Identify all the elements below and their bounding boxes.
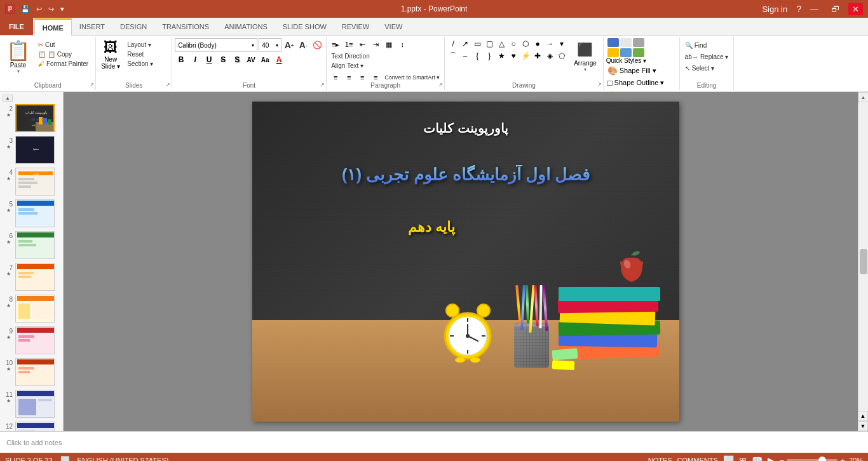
replace-button[interactable]: ab→ Replace ▾ xyxy=(682,52,731,62)
line-spacing-btn[interactable]: ↕ xyxy=(396,38,409,51)
shape-arrow2[interactable]: → xyxy=(544,38,555,50)
reading-view-btn[interactable]: 📖 xyxy=(752,455,763,461)
shape-arrow[interactable]: ↗ xyxy=(459,38,471,50)
font-name-input[interactable]: Calibri (Body) ▾ xyxy=(175,38,257,52)
save-quick-btn[interactable]: 💾 xyxy=(19,4,32,14)
align-text-btn[interactable]: Align Text ▾ xyxy=(329,62,365,70)
shape-more[interactable]: ▾ xyxy=(556,38,567,50)
shape-oval[interactable]: ○ xyxy=(508,38,519,50)
shape-circle[interactable]: ● xyxy=(532,38,543,50)
tab-view[interactable]: VIEW xyxy=(377,18,410,35)
shape-pentagon[interactable]: ⬠ xyxy=(556,50,567,62)
new-slide-button[interactable]: 🖼 New Slide ▾ xyxy=(98,38,123,71)
slide-thumb-8[interactable]: 8 ★ xyxy=(3,293,60,324)
slide-thumb-5[interactable]: 5 ★ xyxy=(3,198,60,229)
tab-slideshow[interactable]: SLIDE SHOW xyxy=(275,18,334,35)
page-down-btn[interactable]: ▼ xyxy=(858,421,868,431)
slide-thumb-9[interactable]: 9 ★ xyxy=(3,325,60,356)
quick-styles-button[interactable]: Quick Styles ▾ xyxy=(606,38,646,64)
text-direction-btn[interactable]: Text Direction xyxy=(329,52,372,60)
font-color-btn[interactable]: A xyxy=(273,53,285,66)
decrease-font-btn[interactable]: A- xyxy=(297,39,309,51)
normal-view-btn[interactable]: ⬜ xyxy=(723,455,734,461)
numbered-list-btn[interactable]: 1≡ xyxy=(342,38,355,51)
format-painter-button[interactable]: 🖌 Format Painter xyxy=(36,60,90,68)
slide-canvas[interactable]: پاورپوینت کلیات فصل اول آزمایشگاه علوم ت… xyxy=(252,102,679,422)
sign-in-link[interactable]: Sign in xyxy=(758,3,791,15)
slide-thumb-6[interactable]: 6 ★ xyxy=(3,230,60,260)
zoom-in-btn[interactable]: + xyxy=(840,456,845,462)
tab-insert[interactable]: INSERT xyxy=(72,18,112,35)
cut-button[interactable]: ✂ Cut xyxy=(36,41,90,49)
zoom-bar[interactable]: − + 70% xyxy=(780,456,863,462)
paragraph-expand-icon[interactable]: ↗ xyxy=(438,82,443,88)
slide-thumb-4[interactable]: 4 ★ عنوان xyxy=(3,166,60,197)
close-btn[interactable]: ✕ xyxy=(848,3,863,15)
slide-thumb-2[interactable]: 2 ★ پاورپوینت کلیات فصل اول پایه دهم xyxy=(3,103,60,133)
page-up-btn[interactable]: ▲ xyxy=(858,411,868,421)
arrange-button[interactable]: ⬛ Arrange ▾ xyxy=(570,38,600,80)
section-button[interactable]: Section ▾ xyxy=(125,60,155,68)
shadow-btn[interactable]: S xyxy=(231,53,243,66)
shape-fill-button[interactable]: 🎨 Shape Fill ▾ xyxy=(606,65,677,76)
minimize-btn[interactable]: — xyxy=(806,3,822,15)
shape-line[interactable]: / xyxy=(447,38,459,50)
shape-rect[interactable]: ▭ xyxy=(471,38,483,50)
increase-indent-btn[interactable]: ⇥ xyxy=(369,38,382,51)
italic-btn[interactable]: I xyxy=(189,53,201,66)
slide-thumb-12[interactable]: 12 ★ xyxy=(3,420,60,431)
slide-thumb-7[interactable]: 7 ★ xyxy=(3,262,60,292)
tab-design[interactable]: DESIGN xyxy=(112,18,154,35)
slide-thumb-10[interactable]: 10 ★ xyxy=(3,357,60,387)
shape-brace2[interactable]: } xyxy=(484,50,495,62)
char-spacing-btn[interactable]: AV xyxy=(245,53,257,66)
shape-heart[interactable]: ♥ xyxy=(508,50,519,62)
select-button[interactable]: ↖ Select ▾ xyxy=(682,63,731,73)
scroll-thumb[interactable] xyxy=(860,249,867,274)
tab-transitions[interactable]: TRANSITIONS xyxy=(154,18,217,35)
canvas-scroll-up[interactable]: ▲ xyxy=(858,92,869,102)
language-info[interactable]: ENGLISH (UNITED STATES) xyxy=(78,457,169,461)
shape-lightning[interactable]: ⚡ xyxy=(520,50,531,62)
slide-panel-scroll-up[interactable]: ▲ xyxy=(3,95,13,102)
shape-cross[interactable]: ✚ xyxy=(532,50,543,62)
drawing-expand-icon[interactable]: ↗ xyxy=(597,82,602,88)
zoom-out-btn[interactable]: − xyxy=(780,456,785,462)
bullet-list-btn[interactable]: ≡▸ xyxy=(329,38,342,51)
tab-review[interactable]: REVIEW xyxy=(334,18,377,35)
shape-curve[interactable]: ⌒ xyxy=(447,50,459,62)
undo-btn[interactable]: ↩ xyxy=(34,4,44,14)
tab-animations[interactable]: ANIMATIONS xyxy=(217,18,275,35)
restore-btn[interactable]: 🗗 xyxy=(827,3,843,15)
notes-area[interactable]: Click to add notes xyxy=(0,431,868,453)
decrease-indent-btn[interactable]: ⇤ xyxy=(356,38,369,51)
tab-file[interactable]: FILE xyxy=(0,18,33,35)
columns-btn[interactable]: ▦ xyxy=(383,38,395,51)
shape-outline-button[interactable]: □ Shape Outline ▾ xyxy=(606,77,677,88)
copy-button[interactable]: 📋 📋 Copy xyxy=(36,50,90,58)
shape-star[interactable]: ★ xyxy=(496,50,507,62)
tab-home[interactable]: HOME xyxy=(34,18,72,36)
increase-font-btn[interactable]: A+ xyxy=(283,39,295,51)
clipboard-expand-icon[interactable]: ↗ xyxy=(90,82,94,88)
paste-button[interactable]: 📋 Paste ▾ xyxy=(3,38,34,80)
slide-thumb-11[interactable]: 11 ★ xyxy=(3,389,60,419)
zoom-level[interactable]: 70% xyxy=(849,457,863,461)
font-expand-icon[interactable]: ↗ xyxy=(320,82,325,88)
find-button[interactable]: 🔍 Find xyxy=(682,41,731,50)
canvas-scrollbar[interactable]: ▲ ▼ xyxy=(858,92,868,431)
comments-btn[interactable]: COMMENTS xyxy=(677,457,718,461)
reset-button[interactable]: Reset xyxy=(125,50,155,58)
slide-thumb-3[interactable]: 3 ★ محتوا xyxy=(3,135,60,165)
shape-diamond[interactable]: ◈ xyxy=(544,50,555,62)
convert-smartart-btn[interactable]: Convert to SmartArt ▾ xyxy=(383,74,442,81)
strikethrough-btn[interactable]: S xyxy=(217,53,229,66)
redo-btn[interactable]: ↪ xyxy=(46,4,56,14)
shape-arc[interactable]: ⌣ xyxy=(459,50,471,62)
shape-brace[interactable]: { xyxy=(471,50,483,62)
notes-btn[interactable]: NOTES xyxy=(648,457,672,461)
customize-quick-btn[interactable]: ▾ xyxy=(58,4,66,14)
slideshow-btn[interactable]: ▶ xyxy=(768,455,775,461)
clear-format-btn[interactable]: 🚫 xyxy=(311,39,323,51)
slide-sorter-btn[interactable]: ⊞ xyxy=(739,455,747,461)
